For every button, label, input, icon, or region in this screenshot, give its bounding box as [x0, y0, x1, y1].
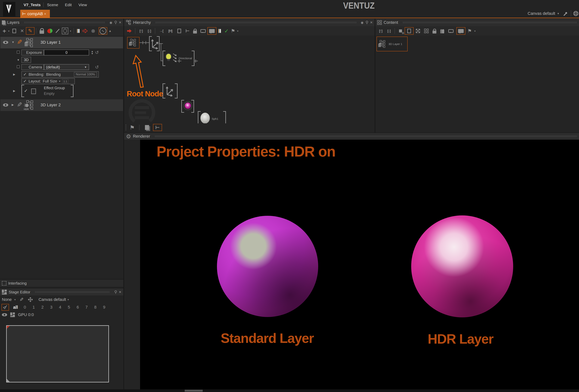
- duplicate-layer-icon[interactable]: [10, 27, 18, 35]
- gpu-eye-icon[interactable]: [2, 313, 7, 316]
- panel-drag-dots[interactable]: [155, 22, 356, 23]
- import-icon[interactable]: [↑]: [376, 27, 385, 35]
- menu-project[interactable]: V7_Tests: [21, 3, 43, 7]
- content-item-3d-layer-1[interactable]: 3D Layer 1: [376, 37, 408, 51]
- layout-caret[interactable]: ▾: [59, 80, 60, 83]
- export-icon[interactable]: [↓]: [385, 27, 393, 35]
- gpu-label[interactable]: GPU 0:0: [18, 312, 34, 317]
- eyedropper-icon[interactable]: [563, 11, 568, 16]
- bookmark-caret[interactable]: ▾: [473, 27, 477, 35]
- stage-preset-value[interactable]: None: [2, 297, 12, 302]
- effect-expand-icon[interactable]: ▶: [13, 89, 15, 93]
- texture-icon[interactable]: [75, 27, 81, 35]
- stage-edit-pencil-icon[interactable]: ✎: [19, 297, 24, 303]
- insert-node-icon[interactable]: [H]: [166, 27, 175, 35]
- channel-3[interactable]: 3: [49, 305, 53, 310]
- camera-dropdown[interactable]: (default) ▼: [44, 64, 89, 70]
- hierarchy-eye-icon[interactable]: ◉: [361, 21, 363, 25]
- globe-icon[interactable]: [573, 11, 579, 16]
- add-layer-caret[interactable]: ▾: [7, 27, 10, 35]
- horizontal-scrollbar-thumb[interactable]: [185, 390, 203, 392]
- channel-0[interactable]: 0: [23, 305, 27, 310]
- layer2-expand-icon[interactable]: ▶: [12, 103, 14, 107]
- channel-9[interactable]: 9: [102, 305, 106, 310]
- jump-to-icon[interactable]: [81, 27, 89, 35]
- renderer-viewport[interactable]: Project Properties: HDR on Standard Laye…: [140, 140, 579, 389]
- stage-canvas-value[interactable]: Canvas default: [38, 297, 66, 302]
- layer1-edit-pencil-icon[interactable]: ✎: [17, 38, 22, 46]
- content-area[interactable]: 3D Layer 1: [375, 36, 579, 133]
- layers-eye-icon[interactable]: ◉: [110, 21, 112, 25]
- blending-expand-icon[interactable]: ▶: [13, 73, 15, 76]
- lock-layer-icon[interactable]: [38, 27, 46, 35]
- connect-node-icon[interactable]: →[: [157, 27, 166, 35]
- 3d-group-expand-icon[interactable]: ▼: [17, 58, 20, 62]
- lock-hierarchy-icon[interactable]: [191, 27, 199, 35]
- set-active-arrow-icon[interactable]: [125, 27, 134, 35]
- expand-icon[interactable]: [414, 27, 422, 35]
- bookmark-caret[interactable]: ▾: [236, 27, 240, 35]
- stage-pin-icon[interactable]: [114, 290, 117, 294]
- wrap-node-icon[interactable]: [175, 27, 184, 35]
- panel-drag-dots[interactable]: [155, 135, 577, 137]
- lock-content-icon[interactable]: [431, 27, 438, 35]
- edit-layer-icon[interactable]: ✎: [26, 27, 34, 35]
- move-down-icon[interactable]: [↓]: [145, 27, 153, 35]
- channel-1[interactable]: 1: [32, 305, 36, 310]
- 3d-group-label[interactable]: 3D: [21, 57, 31, 63]
- comment-icon[interactable]: [199, 27, 207, 35]
- hierarchy-close-icon[interactable]: ✕: [370, 20, 373, 25]
- comment-filled-icon[interactable]: [456, 27, 465, 35]
- layer1-visible-eye-icon[interactable]: [3, 41, 8, 44]
- menu-scene[interactable]: Scene: [44, 3, 62, 7]
- panel-drag-dots[interactable]: [24, 22, 105, 23]
- material-node[interactable]: [181, 100, 194, 113]
- hide-disabled-icon[interactable]: ⊗: [89, 27, 97, 35]
- wrap-content-icon[interactable]: [405, 27, 414, 35]
- horizontal-scrollbar-track[interactable]: [0, 389, 579, 392]
- light-node[interactable]: Directional: [162, 51, 194, 66]
- clear-channels-button[interactable]: [1, 304, 9, 311]
- camera-reset-icon[interactable]: ↺: [95, 65, 99, 70]
- menu-view[interactable]: View: [75, 3, 90, 7]
- stage-close-icon[interactable]: ✕: [119, 290, 122, 294]
- blending-check[interactable]: ✓: [23, 72, 27, 77]
- exposure-checkbox[interactable]: [17, 51, 20, 54]
- paint-layer-icon[interactable]: [54, 27, 61, 35]
- panel-drag-dots[interactable]: [403, 22, 577, 23]
- tab-close-icon[interactable]: ×: [44, 12, 46, 16]
- canvas-selector[interactable]: Canvas default: [528, 11, 555, 16]
- exposure-spinner[interactable]: ▲▼: [90, 50, 94, 56]
- bookmark-icon[interactable]: ⚑: [230, 27, 236, 35]
- layer-row-1[interactable]: ▼ ✎ 3D Layer 1: [0, 37, 123, 48]
- bookmark-icon[interactable]: ⚑: [466, 27, 473, 35]
- animation-icon[interactable]: ∿: [99, 27, 107, 35]
- layers-close-icon[interactable]: ✕: [119, 20, 122, 25]
- layers-view-tab-icon[interactable]: [143, 124, 151, 131]
- panel-drag-dots[interactable]: [35, 291, 110, 293]
- layout-ratio-box[interactable]: 1:1: [62, 79, 69, 83]
- layer2-visible-eye-icon[interactable]: [3, 104, 8, 107]
- comment-filled-icon[interactable]: [207, 27, 216, 35]
- channel-6[interactable]: 6: [76, 305, 80, 310]
- users-icon[interactable]: [438, 27, 447, 35]
- subtree-icon[interactable]: ⊢: [184, 27, 191, 35]
- axes-node-2[interactable]: [162, 83, 178, 98]
- channel-7[interactable]: 7: [84, 305, 89, 310]
- root-node[interactable]: [127, 37, 140, 49]
- flag-square-icon[interactable]: [396, 27, 405, 35]
- grid-view-icon[interactable]: [422, 27, 431, 35]
- blending-mode-box[interactable]: Normal 100%: [74, 72, 97, 77]
- sphere-node[interactable]: Sph1: [198, 111, 226, 123]
- menu-edit[interactable]: Edit: [62, 3, 75, 7]
- shape-mask-caret[interactable]: ▾: [69, 27, 72, 35]
- exposure-input[interactable]: 0: [44, 50, 89, 56]
- comment-icon[interactable]: [447, 27, 455, 35]
- layout-check[interactable]: ✓: [23, 79, 27, 84]
- strip-drag-dots[interactable]: [125, 124, 127, 131]
- layers-pin-icon[interactable]: [114, 21, 117, 24]
- move-up-icon[interactable]: [↑]: [137, 27, 145, 35]
- channel-4[interactable]: 4: [58, 305, 62, 310]
- layer-row-2[interactable]: ▶ ✎ HDR 3D Layer 2: [0, 99, 123, 111]
- effect-check[interactable]: ✓: [24, 88, 28, 93]
